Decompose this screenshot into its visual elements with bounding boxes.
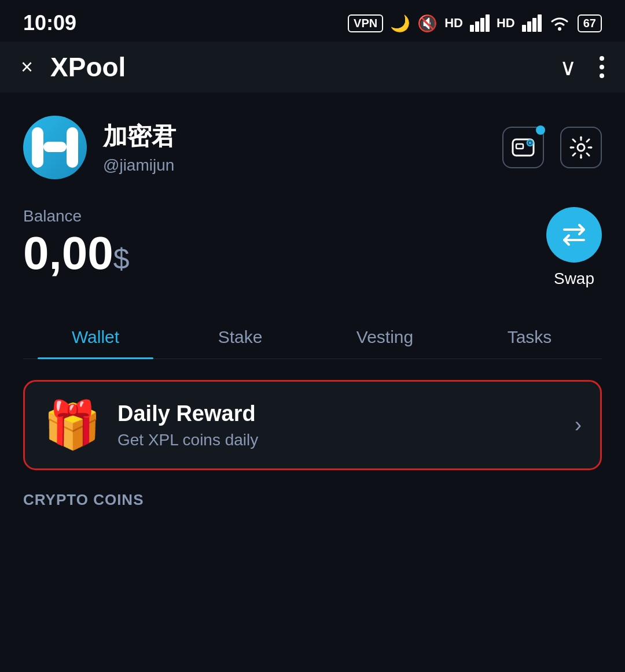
swap-label: Swap (554, 269, 594, 288)
avatar (23, 116, 87, 179)
status-icons: VPN 🌙 🔇 HD HD 67 (348, 14, 602, 33)
tab-tasks[interactable]: Tasks (457, 316, 602, 359)
swap-circle (546, 207, 602, 263)
status-time: 10:09 (23, 11, 76, 35)
swap-arrows-icon (560, 221, 589, 248)
card-icon-button[interactable] (502, 127, 544, 168)
profile-handle: @jiamijun (103, 156, 502, 175)
tab-wallet[interactable]: Wallet (23, 316, 168, 359)
avatar-icon (32, 124, 78, 171)
battery-icon: 67 (578, 14, 602, 32)
signal-bar-icon1 (470, 14, 490, 32)
svg-point-8 (558, 27, 561, 31)
wifi-icon (549, 14, 571, 32)
app-title: XPool (50, 51, 560, 83)
svg-rect-1 (475, 21, 479, 32)
daily-reward-card[interactable]: 🎁 Daily Reward Get XPL coins daily › (23, 380, 602, 470)
tab-stake[interactable]: Stake (168, 316, 312, 359)
signal-hd-icon2: HD (497, 16, 515, 31)
profile-name: 加密君 (103, 120, 502, 153)
svg-rect-6 (532, 18, 536, 32)
balance-label: Balance (23, 207, 130, 226)
signal-hd-icon1: HD (444, 16, 463, 31)
tab-vesting[interactable]: Vesting (312, 316, 457, 359)
signal-bar-icon2 (522, 14, 542, 32)
svg-rect-0 (470, 25, 474, 32)
svg-rect-7 (538, 14, 542, 32)
settings-button[interactable] (560, 127, 602, 168)
profile-actions (502, 127, 602, 168)
dropdown-button[interactable]: ∨ (560, 54, 576, 80)
balance-amount: 0,00 (23, 227, 113, 279)
more-button[interactable] (600, 56, 604, 78)
balance-left: Balance 0,00$ (23, 207, 130, 276)
svg-rect-2 (480, 18, 484, 32)
chevron-right-icon: › (575, 413, 582, 437)
balance-currency: $ (113, 243, 130, 275)
crypto-coins-label: CRYPTO COINS (23, 491, 602, 515)
profile-info: 加密君 @jiamijun (103, 120, 502, 175)
svg-rect-4 (522, 25, 526, 32)
swap-button[interactable]: Swap (546, 207, 602, 288)
reward-subtitle: Get XPL coins daily (117, 431, 575, 449)
status-bar: 10:09 VPN 🌙 🔇 HD HD 67 (0, 0, 625, 42)
svg-point-13 (578, 144, 584, 151)
main-content: 加密君 @jiamijun (0, 93, 625, 515)
notification-dot (536, 125, 545, 135)
vpn-icon: VPN (348, 14, 383, 32)
svg-rect-5 (527, 21, 531, 32)
mute-icon: 🔇 (417, 14, 438, 33)
tabs-section: Wallet Stake Vesting Tasks (23, 316, 602, 359)
reward-emoji: 🎁 (43, 398, 101, 452)
reward-info: Daily Reward Get XPL coins daily (117, 401, 575, 449)
close-button[interactable]: × (21, 57, 33, 77)
balance-display: 0,00$ (23, 230, 130, 276)
reward-title: Daily Reward (117, 401, 575, 426)
balance-section: Balance 0,00$ Swap (23, 207, 602, 288)
profile-section: 加密君 @jiamijun (23, 116, 602, 179)
nav-bar: × XPool ∨ (0, 42, 625, 93)
moon-icon: 🌙 (390, 14, 410, 33)
svg-point-12 (529, 142, 532, 145)
svg-rect-3 (486, 14, 490, 32)
svg-rect-10 (516, 144, 523, 149)
